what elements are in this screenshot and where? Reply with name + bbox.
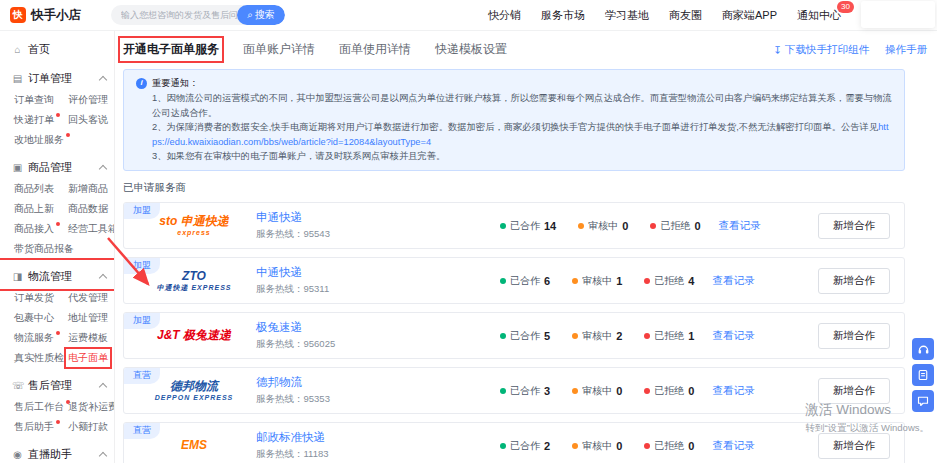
view-records-link[interactable]: 查看记录 bbox=[712, 384, 754, 398]
app-logo[interactable]: 快 快手小店 bbox=[10, 7, 81, 24]
sidebar-item[interactable]: 快递打单 bbox=[14, 113, 60, 127]
provider-name-link[interactable]: 极兔速递 bbox=[256, 320, 302, 335]
topbar-nav-item[interactable]: 学习基地 bbox=[605, 8, 649, 23]
status-count: 0 bbox=[616, 385, 622, 397]
sidebar-item[interactable]: 经营工具箱 bbox=[68, 222, 115, 236]
sidebar-item[interactable]: 改地址服务 bbox=[14, 133, 70, 147]
view-records-link[interactable]: 查看记录 bbox=[712, 439, 754, 453]
sidebar-item[interactable]: 评价管理 bbox=[68, 93, 108, 107]
manual-link[interactable]: 操作手册 bbox=[885, 43, 927, 57]
provider-logo: J&T 极兔速递 bbox=[138, 329, 250, 343]
sidebar-item[interactable]: 商品列表 bbox=[14, 182, 54, 196]
customer-service-button[interactable] bbox=[912, 338, 934, 360]
sidebar-item[interactable]: 代发管理 bbox=[68, 291, 108, 305]
sidebar-item[interactable]: 售后工作台 bbox=[14, 400, 70, 414]
section-title: 售后管理 bbox=[28, 378, 72, 393]
sidebar-item[interactable]: 订单发货 bbox=[14, 291, 54, 305]
status-dot-icon bbox=[500, 223, 506, 229]
chat-icon bbox=[917, 395, 929, 407]
topbar: 快 快手小店 ⌕ 搜索 快分销服务市场学习基地商友圈商家端APP通知中心30 bbox=[0, 0, 937, 31]
provider-name-link[interactable]: 邮政标准快递 bbox=[256, 430, 325, 445]
notice-line: 2、为保障消费者的数据安全,快手电商近期将对用户订单数据进行加密。数据加密后，商… bbox=[136, 120, 892, 149]
search-input[interactable] bbox=[111, 10, 237, 20]
status-label: 审核中 bbox=[588, 219, 618, 233]
provider-info: 德邦物流服务热线：95353 bbox=[256, 375, 428, 406]
sidebar-item[interactable]: 商品接入 bbox=[14, 222, 60, 236]
view-records-link[interactable]: 查看记录 bbox=[712, 274, 754, 288]
status-count: 0 bbox=[688, 440, 694, 452]
provider-card: 加盟J&T 极兔速递极兔速递服务热线：956025已合作5审核中2已拒绝1查看记… bbox=[123, 312, 905, 359]
sidebar-section-items: 售后工作台退货补运费售后助手小额打款 bbox=[0, 398, 114, 438]
provider-card: 直营德邦物流DEPPON EXPRESS德邦物流服务热线：95353已合作3审核… bbox=[123, 367, 905, 414]
status-cooperating: 已合作5 bbox=[500, 329, 550, 343]
sidebar-item[interactable]: 包裹中心 bbox=[14, 311, 54, 325]
sidebar-section-3[interactable]: ☏售后管理 bbox=[0, 369, 114, 398]
add-cooperation-button[interactable]: 新增合作 bbox=[818, 268, 890, 294]
sidebar-section-items: 订单发货代发管理包裹中心地址管理物流服务运费模板真实性质检电子面单 bbox=[0, 289, 114, 369]
view-records-link[interactable]: 查看记录 bbox=[719, 219, 761, 233]
search-button[interactable]: ⌕ 搜索 bbox=[237, 5, 285, 25]
status-label: 已拒绝 bbox=[654, 274, 684, 288]
chat-button[interactable] bbox=[912, 390, 934, 412]
sidebar-section-0[interactable]: ▤订单管理 bbox=[0, 62, 114, 91]
topbar-nav-item[interactable]: 服务市场 bbox=[541, 8, 585, 23]
user-avatar-censored[interactable] bbox=[861, 1, 935, 28]
topbar-nav-item[interactable]: 通知中心30 bbox=[797, 8, 841, 23]
topbar-nav-item[interactable]: 商家端APP bbox=[722, 8, 777, 23]
status-rejected: 已拒绝4 bbox=[644, 274, 694, 288]
sidebar-item-home[interactable]: ⌂ 首页 bbox=[0, 30, 114, 62]
tab-3[interactable]: 快递模板设置 bbox=[435, 41, 507, 58]
sidebar-item[interactable]: 新增商品 bbox=[68, 182, 108, 196]
provider-logo-subtext: 中通快递 EXPRESS bbox=[138, 284, 250, 292]
sidebar-item[interactable]: 商品数据 bbox=[68, 202, 108, 216]
tab-1[interactable]: 面单账户详情 bbox=[243, 41, 315, 58]
provider-statuses: 已合作3审核中0已拒绝0 bbox=[500, 384, 694, 398]
sidebar-item[interactable]: 物流服务 bbox=[14, 331, 60, 345]
nav-label: 商友圈 bbox=[669, 9, 702, 21]
status-count: 2 bbox=[616, 330, 622, 342]
sidebar-section-4[interactable]: ◉直播助手 bbox=[0, 438, 114, 463]
download-label: 下载快手打印组件 bbox=[785, 43, 869, 57]
add-cooperation-button[interactable]: 新增合作 bbox=[818, 323, 890, 349]
download-print-component-link[interactable]: ↧ 下载快手打印组件 bbox=[773, 43, 869, 57]
status-dot-icon bbox=[572, 278, 578, 284]
view-records-link[interactable]: 查看记录 bbox=[712, 329, 754, 343]
app-title: 快手小店 bbox=[31, 7, 81, 24]
sidebar-item[interactable]: 商品上新 bbox=[14, 202, 54, 216]
provider-name-link[interactable]: 申通快递 bbox=[256, 210, 302, 225]
sidebar-section-1[interactable]: ▣商品管理 bbox=[0, 151, 114, 180]
sidebar-item-ebill[interactable]: 电子面单 bbox=[68, 351, 108, 365]
provider-hotline: 服务热线：956025 bbox=[256, 338, 428, 351]
tab-0[interactable]: 开通电子面单服务 bbox=[123, 41, 219, 58]
goods-icon: ▣ bbox=[12, 162, 23, 173]
status-cooperating: 已合作3 bbox=[500, 384, 550, 398]
sidebar-item[interactable]: 退货补运费 bbox=[68, 400, 115, 414]
provider-name-link[interactable]: 中通快递 bbox=[256, 265, 302, 280]
sidebar-item[interactable]: 回头客说 bbox=[68, 113, 108, 127]
topbar-nav-item[interactable]: 快分销 bbox=[488, 8, 521, 23]
sidebar-item[interactable]: 地址管理 bbox=[68, 311, 108, 325]
sidebar-item[interactable]: 真实性质检 bbox=[14, 351, 64, 365]
provider-logo: EMS bbox=[138, 439, 250, 453]
tab-2[interactable]: 面单使用详情 bbox=[339, 41, 411, 58]
sidebar-item[interactable]: 带货商品报备 bbox=[14, 242, 74, 256]
provider-type-tag: 加盟 bbox=[124, 313, 160, 329]
status-rejected: 已拒绝0 bbox=[644, 384, 694, 398]
status-dot-icon bbox=[500, 443, 506, 449]
provider-hotline: 服务热线：95543 bbox=[256, 228, 428, 241]
notice-text: 1、因物流公司的运营模式的不同，其中加盟型运营公司是以网点为单位进行账户核算，所… bbox=[152, 93, 892, 117]
sidebar-item[interactable]: 小额打款 bbox=[68, 420, 108, 434]
feedback-button[interactable] bbox=[912, 364, 934, 386]
sidebar-section-logistics[interactable]: ◨物流管理 bbox=[0, 260, 114, 289]
topbar-nav-item[interactable]: 商友圈 bbox=[669, 8, 702, 23]
provider-name-link[interactable]: 德邦物流 bbox=[256, 375, 302, 390]
status-count: 3 bbox=[544, 385, 550, 397]
add-cooperation-button[interactable]: 新增合作 bbox=[818, 213, 890, 239]
add-cooperation-button[interactable]: 新增合作 bbox=[818, 433, 890, 459]
provider-statuses: 已合作5审核中2已拒绝1 bbox=[500, 329, 694, 343]
sidebar-item[interactable]: 售后助手 bbox=[14, 420, 60, 434]
sidebar-item[interactable]: 运费模板 bbox=[68, 331, 108, 345]
sidebar-item[interactable]: 订单查询 bbox=[14, 93, 54, 107]
status-dot-icon bbox=[650, 223, 656, 229]
notice-line: 1、因物流公司的运营模式的不同，其中加盟型运营公司是以网点为单位进行账户核算，所… bbox=[136, 91, 892, 120]
